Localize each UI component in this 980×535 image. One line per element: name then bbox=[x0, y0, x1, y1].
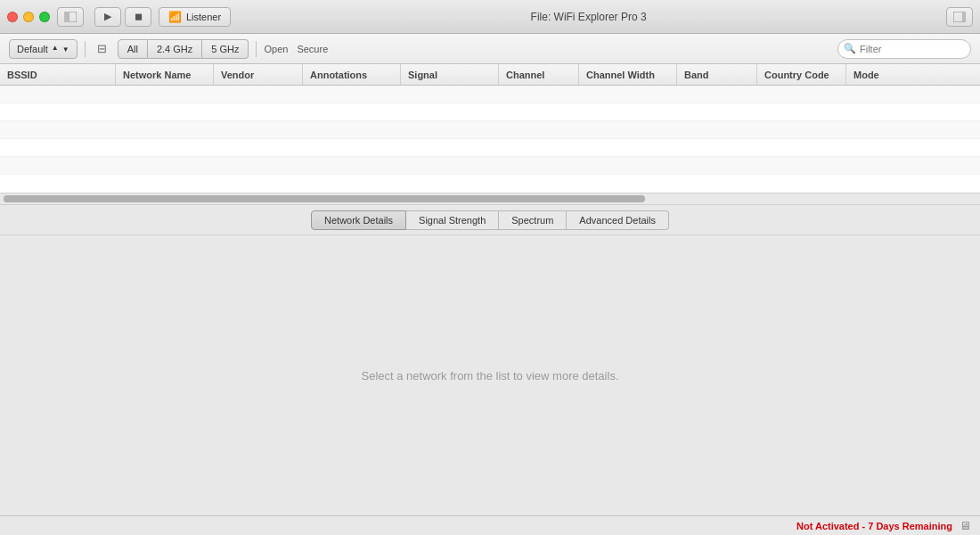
divider-1 bbox=[85, 41, 86, 57]
col-country-code[interactable]: Country Code bbox=[757, 64, 846, 85]
col-network-name[interactable]: Network Name bbox=[116, 64, 214, 85]
profile-chevron-down-icon: ▼ bbox=[62, 46, 69, 54]
svg-rect-0 bbox=[64, 12, 68, 22]
tab-2.4ghz[interactable]: 2.4 GHz bbox=[148, 39, 202, 59]
close-button[interactable] bbox=[7, 12, 18, 22]
tab-advanced-details[interactable]: Advanced Details bbox=[567, 210, 669, 230]
filter-icon: ⊟ bbox=[97, 42, 107, 55]
tab-signal-strength[interactable]: Signal Strength bbox=[406, 210, 499, 230]
col-mode[interactable]: Mode bbox=[846, 64, 980, 85]
sidebar-toggle-button[interactable] bbox=[57, 7, 84, 27]
status-bar: Not Activated - 7 Days Remaining 🖥 bbox=[0, 515, 980, 535]
titlebar: ▶ ◼ 📶 Listener File: WiFi Explorer Pro 3 bbox=[0, 0, 980, 34]
search-wrapper: 🔍 bbox=[837, 39, 971, 59]
transport-controls: ▶ ◼ bbox=[94, 7, 151, 27]
col-band[interactable]: Band bbox=[677, 64, 757, 85]
detail-tab-bar: Network Details Signal Strength Spectrum… bbox=[0, 205, 980, 235]
col-channel-width[interactable]: Channel Width bbox=[579, 64, 677, 85]
secure-filter-button[interactable]: Secure bbox=[297, 44, 328, 54]
listener-button[interactable]: 📶 Listener bbox=[159, 7, 231, 27]
profile-selector[interactable]: Default ▲ ▼ bbox=[9, 39, 78, 59]
table-body[interactable] bbox=[0, 86, 980, 193]
table-header: BSSID Network Name Vendor Annotations Si… bbox=[0, 64, 980, 86]
right-sidebar-toggle[interactable] bbox=[946, 7, 973, 27]
not-activated-status: Not Activated - 7 Days Remaining bbox=[796, 521, 952, 531]
svg-rect-1 bbox=[69, 12, 77, 22]
tab-network-details[interactable]: Network Details bbox=[311, 210, 406, 230]
col-bssid[interactable]: BSSID bbox=[0, 64, 116, 85]
listener-label: Listener bbox=[186, 12, 221, 22]
table-row[interactable] bbox=[0, 157, 980, 175]
wifi-icon: 📶 bbox=[168, 11, 182, 23]
traffic-lights bbox=[7, 12, 50, 22]
window-title: File: WiFi Explorer Pro 3 bbox=[238, 11, 939, 23]
frequency-tab-group: All 2.4 GHz 5 GHz bbox=[118, 39, 249, 59]
col-annotations[interactable]: Annotations bbox=[303, 64, 401, 85]
svg-rect-3 bbox=[962, 12, 966, 22]
tab-all[interactable]: All bbox=[118, 39, 148, 59]
detail-hint-text: Select a network from the list to view m… bbox=[361, 369, 618, 383]
filter-icon-button[interactable]: ⊟ bbox=[93, 39, 112, 59]
tab-5ghz[interactable]: 5 GHz bbox=[202, 39, 249, 59]
table-row[interactable] bbox=[0, 139, 980, 157]
table-row[interactable] bbox=[0, 121, 980, 139]
profile-label: Default bbox=[17, 44, 48, 54]
search-input[interactable] bbox=[837, 39, 971, 59]
table-row[interactable] bbox=[0, 86, 980, 103]
horizontal-scrollbar[interactable] bbox=[0, 193, 980, 205]
minimize-button[interactable] bbox=[23, 12, 34, 22]
col-vendor[interactable]: Vendor bbox=[214, 64, 303, 85]
col-channel[interactable]: Channel bbox=[499, 64, 579, 85]
monitor-icon: 🖥 bbox=[960, 519, 971, 532]
maximize-button[interactable] bbox=[39, 12, 50, 22]
toolbar: Default ▲ ▼ ⊟ All 2.4 GHz 5 GHz Open Sec… bbox=[0, 34, 980, 64]
profile-chevron-up-icon: ▲ bbox=[52, 45, 59, 52]
scrollbar-thumb[interactable] bbox=[4, 195, 645, 202]
open-filter-button[interactable]: Open bbox=[264, 44, 288, 54]
play-button[interactable]: ▶ bbox=[94, 7, 121, 27]
tab-spectrum[interactable]: Spectrum bbox=[499, 210, 567, 230]
scrollbar-track[interactable] bbox=[4, 195, 645, 202]
col-signal[interactable]: Signal bbox=[401, 64, 499, 85]
divider-2 bbox=[256, 41, 257, 57]
table-row[interactable] bbox=[0, 103, 980, 121]
stop-button[interactable]: ◼ bbox=[125, 7, 151, 27]
security-filter-group: Open Secure bbox=[264, 44, 328, 54]
detail-content-area: Select a network from the list to view m… bbox=[0, 235, 980, 515]
